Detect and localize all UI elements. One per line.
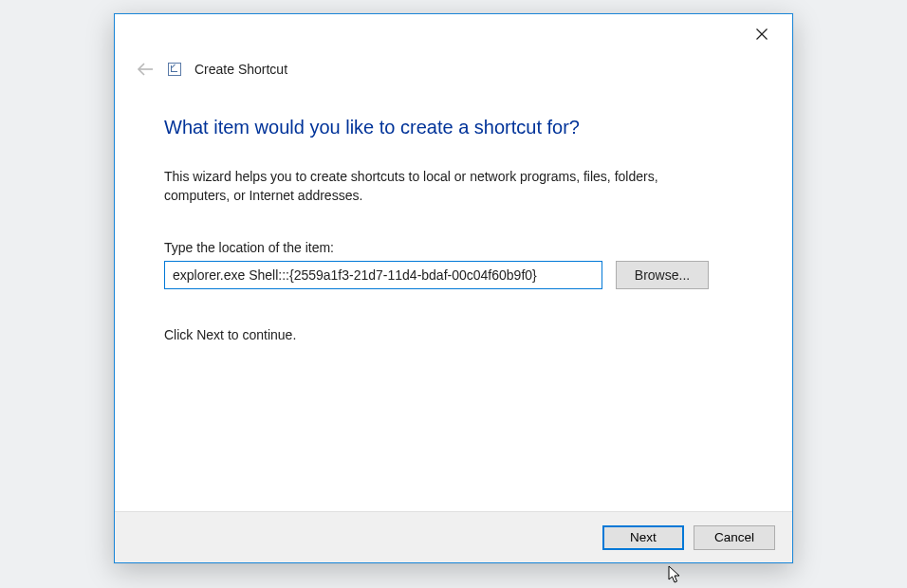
shortcut-icon [168, 63, 181, 76]
content-area: What item would you like to create a sho… [164, 109, 743, 342]
close-button[interactable] [741, 20, 783, 48]
location-label: Type the location of the item: [164, 240, 743, 255]
close-icon [756, 28, 768, 40]
page-description: This wizard helps you to create shortcut… [164, 167, 695, 206]
wizard-title: Create Shortcut [194, 62, 287, 77]
back-arrow-icon [137, 63, 154, 76]
create-shortcut-dialog: Create Shortcut What item would you like… [114, 13, 793, 563]
location-row: Browse... [164, 261, 743, 289]
location-input[interactable] [164, 261, 602, 289]
next-button[interactable]: Next [602, 525, 684, 550]
cancel-button[interactable]: Cancel [694, 525, 775, 550]
continue-text: Click Next to continue. [164, 327, 743, 342]
svg-marker-3 [669, 566, 679, 582]
page-heading: What item would you like to create a sho… [164, 117, 743, 138]
dialog-footer: Next Cancel [115, 511, 792, 562]
mouse-cursor-icon [668, 565, 683, 584]
header-row: Create Shortcut [136, 60, 287, 79]
back-button [136, 60, 155, 79]
browse-button[interactable]: Browse... [616, 261, 709, 289]
